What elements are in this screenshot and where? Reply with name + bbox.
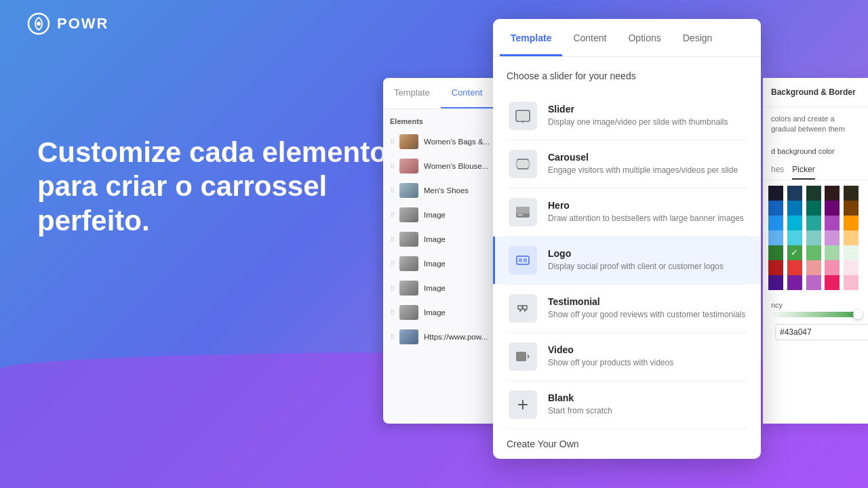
color-swatch[interactable]	[787, 230, 802, 245]
color-swatch[interactable]	[768, 201, 783, 216]
picker-tab[interactable]: Picker	[792, 161, 814, 180]
color-swatch[interactable]	[825, 230, 840, 245]
color-input-row: OK	[763, 317, 868, 346]
color-swatch[interactable]	[787, 260, 802, 275]
color-swatch[interactable]	[806, 201, 821, 216]
option-title: Hero	[548, 200, 744, 211]
list-item[interactable]: ⠿ Https://www.pow...	[383, 325, 502, 349]
color-swatch[interactable]	[787, 201, 802, 216]
bg-label: d background color	[763, 142, 868, 161]
item-thumbnail	[399, 134, 418, 149]
color-swatch[interactable]	[768, 275, 783, 290]
list-item[interactable]: ⠿ Image	[383, 276, 502, 300]
opacity-handle[interactable]	[853, 310, 863, 319]
option-blank[interactable]: + Blank Start from scratch	[493, 381, 761, 428]
color-swatch[interactable]	[844, 216, 859, 230]
color-swatch[interactable]	[806, 245, 821, 260]
logo: POWR	[27, 12, 108, 35]
color-swatch[interactable]	[825, 275, 840, 290]
list-item[interactable]: ⠿ Men's Shoes	[383, 178, 502, 203]
list-item[interactable]: ⠿ Image	[383, 227, 502, 251]
option-info-hero: Hero Draw attention to bestsellers with …	[548, 200, 744, 224]
drag-handle-icon: ⠿	[390, 211, 394, 219]
color-swatch[interactable]	[768, 260, 783, 275]
color-swatch[interactable]	[787, 186, 802, 201]
option-title: Logo	[548, 248, 724, 259]
modal-subtitle: Choose a slider for your needs	[493, 70, 761, 92]
option-hero[interactable]: Hero Draw attention to bestsellers with …	[493, 188, 761, 236]
color-swatch[interactable]	[844, 201, 859, 216]
color-swatch[interactable]	[768, 245, 783, 260]
color-swatch[interactable]	[844, 275, 859, 290]
color-swatch[interactable]	[787, 216, 802, 230]
list-item[interactable]: ⠿ Image	[383, 251, 502, 276]
color-swatch[interactable]	[825, 201, 840, 216]
color-swatch[interactable]	[825, 186, 840, 201]
tab-content[interactable]: Content	[562, 19, 617, 56]
list-item[interactable]: ⠿ Women's Blouse...	[383, 154, 502, 178]
tab-template-left[interactable]: Template	[383, 78, 441, 108]
swatches-tab[interactable]: hes	[771, 161, 784, 180]
color-swatch[interactable]	[806, 260, 821, 275]
opacity-bar[interactable]	[771, 312, 860, 317]
color-swatch selected[interactable]	[787, 245, 802, 260]
option-logo[interactable]: Logo Display social proof with client or…	[493, 237, 761, 284]
option-info-testimonial: Testimonial Show off your good reviews w…	[548, 296, 745, 321]
option-slider[interactable]: Slider Display one image/video per slide…	[493, 92, 761, 140]
color-swatch[interactable]	[768, 216, 783, 230]
color-swatch[interactable]	[825, 216, 840, 230]
color-swatch[interactable]	[825, 260, 840, 275]
option-testimonial[interactable]: Testimonial Show off your good reviews w…	[493, 285, 761, 332]
modal-tab-bar: Template Content Options Design	[493, 19, 761, 57]
svg-rect-16	[524, 258, 527, 262]
option-video[interactable]: Video Show off your products with videos	[493, 333, 761, 380]
panel-title: Background & Border	[763, 78, 868, 107]
svg-rect-14	[517, 256, 529, 264]
option-desc: Engage visitors with multiple images/vid…	[548, 165, 738, 176]
color-swatch[interactable]	[825, 245, 840, 260]
tab-design[interactable]: Design	[672, 19, 724, 56]
list-item[interactable]: ⠿ Image	[383, 203, 502, 227]
tab-template[interactable]: Template	[500, 19, 562, 56]
option-info-logo: Logo Display social proof with client or…	[548, 248, 724, 272]
svg-point-6	[525, 121, 526, 123]
list-item[interactable]: ⠿ Image	[383, 300, 502, 325]
item-label: Image	[424, 308, 446, 317]
option-carousel[interactable]: Carousel Engage visitors with multiple i…	[493, 140, 761, 188]
list-item[interactable]: ⠿ Women's Bags &...	[383, 129, 502, 154]
hex-input[interactable]	[775, 324, 868, 340]
item-label: Women's Bags &...	[424, 138, 490, 146]
drag-handle-icon: ⠿	[390, 309, 394, 317]
color-grid	[768, 186, 863, 290]
color-swatch[interactable]	[806, 275, 821, 290]
color-swatch[interactable]	[806, 216, 821, 230]
option-desc: Show off your products with videos	[548, 357, 673, 369]
option-desc: Draw attention to bestsellers with large…	[548, 213, 744, 224]
tab-content-left[interactable]: Content	[441, 78, 494, 108]
color-swatch[interactable]	[768, 230, 783, 245]
color-swatch[interactable]	[844, 260, 859, 275]
color-swatch[interactable]	[844, 186, 859, 201]
slider-icon	[509, 102, 537, 130]
color-hint: colors and create a gradual between them	[763, 107, 868, 142]
svg-rect-15	[519, 258, 522, 262]
tab-options[interactable]: Options	[617, 19, 671, 56]
item-label: Image	[424, 284, 446, 292]
color-swatch[interactable]	[806, 186, 821, 201]
option-desc: Start from scratch	[548, 405, 612, 417]
create-your-own-link[interactable]: Create Your Own	[493, 429, 761, 459]
option-title: Testimonial	[548, 296, 745, 307]
color-swatch[interactable]	[844, 245, 859, 260]
option-info-slider: Slider Display one image/video per slide…	[548, 104, 728, 128]
item-label: Image	[424, 235, 446, 243]
svg-rect-13	[517, 214, 523, 216]
svg-point-1	[37, 22, 41, 26]
item-thumbnail	[399, 232, 418, 247]
color-swatch[interactable]	[768, 186, 783, 201]
item-thumbnail	[399, 329, 418, 344]
color-swatch[interactable]	[806, 230, 821, 245]
color-swatch[interactable]	[787, 275, 802, 290]
right-color-panel: Background & Border colors and create a …	[763, 78, 868, 424]
color-swatch[interactable]	[844, 230, 859, 245]
plus-icon: +	[509, 390, 537, 419]
